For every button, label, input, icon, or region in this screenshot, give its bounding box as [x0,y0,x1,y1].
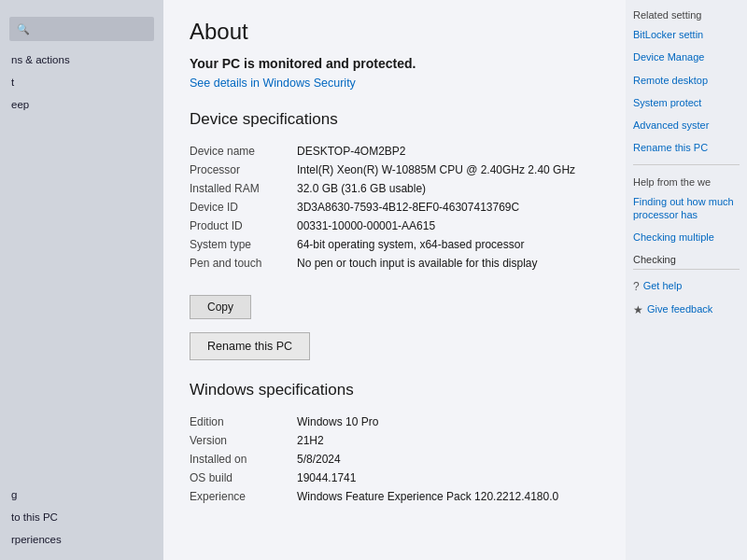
spec-value: 3D3A8630-7593-4B12-8EF0-46307413769C [297,198,599,217]
get-help-icon: ? [633,280,640,293]
table-row: ProcessorIntel(R) Xeon(R) W-10885M CPU @… [190,161,599,179]
sidebar-item-to-this-pc[interactable]: to this PC [0,506,163,528]
spec-value: 21H2 [297,431,599,450]
spec-value: DESKTOP-4OM2BP2 [297,142,599,161]
advanced-system-link[interactable]: Advanced syster [633,119,740,132]
spec-label: Edition [190,413,297,431]
divider-2 [633,269,740,270]
table-row: Device nameDESKTOP-4OM2BP2 [190,142,599,161]
table-row: ExperienceWindows Feature Experience Pac… [190,487,599,506]
device-specs-title: Device specifications [190,110,599,129]
protected-status-text: Your PC is monitored and protected. [190,56,599,71]
give-feedback-link[interactable]: Give feedback [647,302,712,315]
table-row: Installed RAM32.0 GB (31.6 GB usable) [190,179,599,198]
rename-this-pc-right-link[interactable]: Rename this PC [633,141,740,154]
spec-label: OS build [190,469,297,487]
spec-label: Product ID [190,217,297,235]
spec-value: No pen or touch input is available for t… [297,254,599,273]
spec-value: Windows 10 Pro [297,413,599,431]
checking-text: Checking [633,254,740,265]
spec-label: Version [190,431,297,450]
spec-value: 64-bit operating system, x64-based proce… [297,235,599,254]
get-help-link[interactable]: Get help [643,279,683,292]
sidebar-item-t[interactable]: t [0,71,163,93]
processor-help-link[interactable]: Finding out how much processor has [633,195,740,222]
sidebar-item-ns-actions[interactable]: ns & actions [0,49,163,71]
table-row: Installed on5/8/2024 [190,450,599,469]
checking-help-link[interactable]: Checking multiple [633,231,714,244]
table-row: Product ID00331-10000-00001-AA615 [190,217,599,235]
table-row: Version21H2 [190,431,599,450]
spec-value: 19044.1741 [297,469,599,487]
spec-label: System type [190,235,297,254]
sidebar-item-rperiences[interactable]: rperiences [0,528,163,551]
spec-value: 32.0 GB (31.6 GB usable) [297,179,599,198]
table-row: OS build19044.1741 [190,469,599,487]
copy-button[interactable]: Copy [190,295,251,319]
spec-label: Pen and touch [190,254,297,273]
right-panel: Related setting BitLocker settin Device … [626,0,747,560]
spec-label: Installed on [190,450,297,469]
spec-label: Installed RAM [190,179,297,198]
related-settings-title: Related setting [633,9,740,21]
spec-label: Experience [190,487,297,506]
sidebar-item-eep[interactable]: eep [0,93,163,116]
help-item-processor: Finding out how much processor has [633,195,740,222]
spec-label: Device ID [190,198,297,217]
main-content: About Your PC is monitored and protected… [163,0,626,560]
table-row: Pen and touchNo pen or touch input is av… [190,254,599,273]
spec-value: 00331-10000-00001-AA615 [297,217,599,235]
table-row: System type64-bit operating system, x64-… [190,235,599,254]
search-icon: 🔍 [17,23,30,35]
rename-pc-button[interactable]: Rename this PC [190,332,310,360]
bitlocker-link[interactable]: BitLocker settin [633,28,740,41]
system-protection-link[interactable]: System protect [633,96,740,109]
remote-desktop-link[interactable]: Remote desktop [633,74,740,87]
feedback-icon: ★ [633,303,643,316]
table-row: EditionWindows 10 Pro [190,413,599,431]
device-specs-table: Device nameDESKTOP-4OM2BP2ProcessorIntel… [190,142,599,273]
spec-label: Processor [190,161,297,179]
spec-value: Intel(R) Xeon(R) W-10885M CPU @ 2.40GHz … [297,161,599,179]
search-box[interactable]: 🔍 [9,17,154,41]
windows-specs-table: EditionWindows 10 ProVersion21H2Installe… [190,413,599,506]
windows-specs-title: Windows specifications [190,381,599,399]
help-item-checking: Checking multiple [633,231,740,244]
divider [633,164,740,165]
sidebar: 🔍 ns & actions t eep g to this PC rperie… [0,0,163,560]
table-row: Device ID3D3A8630-7593-4B12-8EF0-4630741… [190,198,599,217]
device-manager-link[interactable]: Device Manage [633,50,740,63]
get-help-item[interactable]: ? Get help [633,279,740,293]
sidebar-item-g[interactable]: g [0,483,163,506]
give-feedback-item[interactable]: ★ Give feedback [633,302,740,316]
spec-value: 5/8/2024 [297,450,599,469]
spec-value: Windows Feature Experience Pack 120.2212… [297,487,599,506]
help-section-title: Help from the we [633,176,740,188]
page-title: About [190,19,599,45]
spec-label: Device name [190,142,297,161]
security-details-link[interactable]: See details in Windows Security [190,77,599,90]
